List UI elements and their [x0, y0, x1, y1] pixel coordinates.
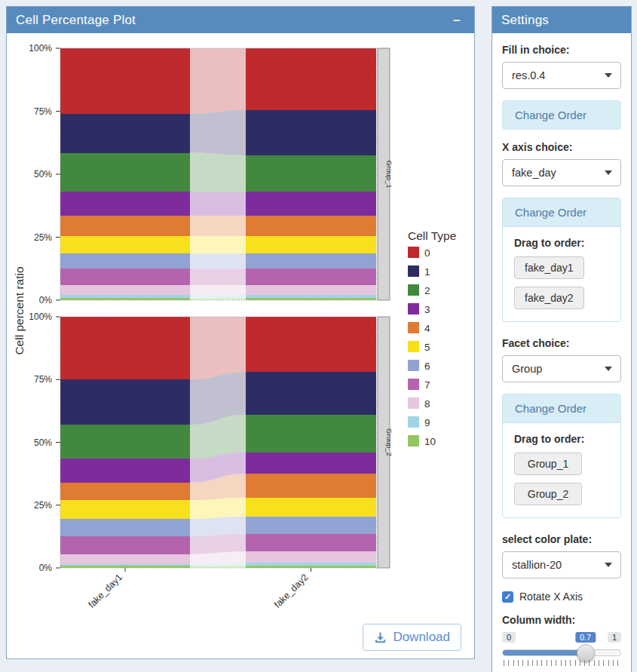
- y-tick-label: 0%: [39, 295, 53, 305]
- column-width-slider[interactable]: 0 1 0.7: [502, 632, 621, 668]
- fill-change-order-button[interactable]: Change Order: [502, 100, 621, 130]
- plot-panel-header: Cell Percentage Plot −: [7, 7, 474, 33]
- facet-choice-select[interactable]: Group: [502, 355, 621, 382]
- bar-segment: [60, 285, 190, 295]
- legend-label: 1: [424, 266, 430, 278]
- bar-segment: [246, 110, 376, 155]
- drag-item-fake-day1[interactable]: fake_day1: [514, 256, 584, 279]
- bar-segment: [60, 295, 190, 298]
- bar-segment: [246, 155, 376, 192]
- xaxis-choice-label: X axis choice:: [502, 141, 621, 153]
- facet-change-order-header[interactable]: Change Order: [503, 394, 620, 423]
- bar-segment: [60, 192, 190, 216]
- legend-swatch: [408, 303, 419, 315]
- legend-swatch: [408, 247, 419, 258]
- legend-label: 6: [424, 361, 430, 372]
- legend-swatch: [408, 397, 419, 409]
- drag-to-order-label: Drag to order:: [514, 433, 609, 445]
- drag-item-group-1[interactable]: Group_1: [514, 453, 582, 475]
- download-label: Download: [393, 630, 450, 645]
- bar-segment: [60, 236, 190, 253]
- chevron-down-icon: [605, 170, 612, 175]
- legend-swatch: [408, 322, 419, 333]
- legend-label: 3: [424, 304, 430, 315]
- download-button[interactable]: Download: [363, 624, 461, 651]
- color-plate-value: stallion-20: [512, 559, 562, 571]
- bar-segment: [246, 372, 376, 415]
- drag-item-fake-day2[interactable]: fake_day2: [514, 287, 584, 309]
- flow-ribbon: [190, 216, 246, 236]
- y-tick-label: 0%: [39, 563, 53, 573]
- bar-segment: [60, 298, 190, 300]
- rotate-x-axis-label: Rotate X Axis: [519, 591, 583, 603]
- plot-body: Group_1100%75%50%25%0%Group_2100%75%50%2…: [7, 33, 474, 658]
- bar-segment: [246, 498, 376, 517]
- y-tick-label: 50%: [34, 169, 52, 180]
- fill-choice-select[interactable]: res.0.4: [502, 62, 621, 89]
- y-tick-label: 100%: [29, 311, 52, 322]
- slider-track[interactable]: [502, 649, 621, 656]
- y-tick-label: 100%: [29, 43, 52, 54]
- cell-percentage-chart: Group_1100%75%50%25%0%Group_2100%75%50%2…: [8, 36, 469, 624]
- bar-segment: [246, 216, 376, 236]
- checkbox-checked-icon[interactable]: ✓: [502, 591, 513, 603]
- legend-swatch: [408, 341, 419, 352]
- legend-label: 0: [424, 247, 430, 259]
- settings-header: Settings: [492, 7, 631, 33]
- flow-ribbon: [190, 153, 246, 192]
- color-plate-select[interactable]: stallion-20: [502, 551, 621, 578]
- legend-swatch: [408, 265, 419, 277]
- bar-segment: [246, 534, 376, 551]
- bar-segment: [60, 379, 190, 425]
- fill-choice-value: res.0.4: [512, 69, 545, 81]
- bar-segment: [246, 298, 376, 300]
- bar-segment: [60, 459, 190, 483]
- bar-segment: [60, 216, 190, 236]
- rotate-x-axis-checkbox[interactable]: ✓ Rotate X Axis: [502, 591, 621, 603]
- facet-strip-label: Group_1: [385, 161, 394, 189]
- bar-segment: [60, 317, 190, 379]
- legend-label: 7: [424, 379, 430, 391]
- y-tick-label: 50%: [34, 437, 52, 448]
- bar-segment: [60, 536, 190, 554]
- legend-title: Cell Type: [408, 229, 456, 242]
- flow-ribbon: [190, 498, 246, 519]
- flow-ribbon: [190, 192, 246, 216]
- flow-ribbon: [190, 236, 246, 253]
- bar-segment: [60, 114, 190, 153]
- y-tick-label: 25%: [34, 232, 52, 243]
- flow-ribbon: [190, 253, 246, 268]
- slider-value-badge: 0.7: [575, 632, 596, 643]
- bar-segment: [60, 564, 190, 566]
- bar-segment: [60, 519, 190, 536]
- legend-swatch: [408, 416, 419, 428]
- y-tick-label: 75%: [34, 106, 52, 117]
- bar-segment: [246, 317, 376, 372]
- bar-segment: [246, 415, 376, 453]
- legend-swatch: [408, 360, 419, 371]
- bar-segment: [246, 517, 376, 534]
- flow-ribbon: [190, 285, 246, 295]
- bar-segment: [60, 268, 190, 285]
- bar-segment: [246, 192, 376, 216]
- bar-segment: [60, 253, 190, 268]
- drag-item-group-2[interactable]: Group_2: [514, 483, 582, 505]
- facet-order-panel: Change Order Drag to order: Group_1 Grou…: [502, 394, 621, 518]
- facet-choice-value: Group: [512, 363, 542, 375]
- bar-segment: [60, 500, 190, 519]
- collapse-minus-button[interactable]: −: [448, 14, 465, 27]
- facet-order-body: Drag to order: Group_1 Group_2: [503, 423, 620, 517]
- bar-segment: [246, 295, 376, 297]
- bar-segment: [246, 48, 376, 110]
- slider-max-label: 1: [608, 632, 621, 643]
- color-plate-label: select color plate:: [502, 533, 621, 545]
- slider-min-label: 0: [502, 632, 516, 643]
- settings-panel: Settings Fill in choice: res.0.4 Change …: [492, 6, 632, 672]
- legend-swatch: [408, 284, 419, 296]
- legend-label: 5: [424, 342, 430, 353]
- xaxis-change-order-header[interactable]: Change Order: [503, 198, 620, 227]
- slider-tick-marks: [504, 660, 620, 666]
- bar-segment: [60, 425, 190, 459]
- xaxis-choice-select[interactable]: fake_day: [502, 159, 621, 186]
- settings-title: Settings: [501, 13, 622, 28]
